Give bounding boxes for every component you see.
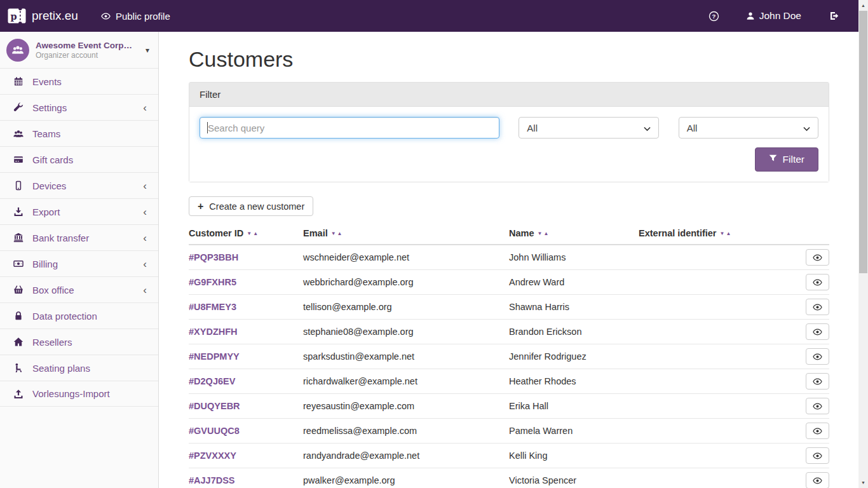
sort-asc-icon[interactable]: ▲ — [726, 231, 732, 236]
sidebar-item-events[interactable]: Events — [0, 68, 158, 94]
help-button[interactable]: ? — [709, 11, 719, 22]
eye-icon — [813, 327, 822, 337]
customer-name: Brandon Erickson — [509, 320, 639, 344]
customer-name: Kelli King — [509, 444, 639, 468]
sidebar-item-teams[interactable]: Teams — [0, 120, 158, 146]
sidebar-item-export[interactable]: Export ‹ — [0, 198, 158, 224]
filter-panel: Filter All All — [189, 82, 829, 182]
sidebar-item-seating-plans[interactable]: Seating plans — [0, 355, 158, 381]
sidebar-item-data-protection[interactable]: Data protection — [0, 302, 158, 329]
user-icon — [746, 11, 755, 20]
view-customer-button[interactable] — [806, 249, 829, 266]
filter-button[interactable]: Filter — [755, 147, 818, 172]
sidebar-item-bank-transfer[interactable]: Bank transfer ‹ — [0, 224, 158, 250]
sidebar-item-resellers[interactable]: Resellers — [0, 329, 158, 355]
funnel-icon — [769, 154, 777, 165]
filter-select-2[interactable]: All — [679, 117, 818, 139]
customer-email: reedmelissa@example.com — [303, 419, 509, 444]
customer-id-link[interactable]: #D2QJ6EV — [189, 376, 235, 386]
view-customer-button[interactable] — [806, 447, 829, 464]
view-customer-button[interactable] — [806, 472, 829, 488]
search-input[interactable] — [200, 117, 499, 139]
sidebar-item-vorlesungs-import[interactable]: Vorlesungs-Import — [0, 381, 158, 407]
chevron-left-icon: ‹ — [143, 259, 147, 269]
customer-id-link[interactable]: #DUQYEBR — [189, 401, 240, 411]
sort-asc-icon[interactable]: ▲ — [543, 231, 550, 236]
scroll-up-button[interactable]: ▲ — [858, 0, 868, 11]
question-circle-icon: ? — [709, 11, 719, 22]
plus-icon: + — [198, 201, 203, 212]
eye-icon — [101, 11, 111, 21]
customer-id-link[interactable]: #XYDZHFH — [189, 327, 238, 337]
brand-link[interactable]: p pretix.eu — [8, 8, 78, 24]
sort-desc-icon[interactable]: ▼ — [538, 231, 544, 236]
eye-icon — [813, 377, 822, 386]
view-customer-button[interactable] — [806, 274, 829, 290]
organizer-switcher[interactable]: Awesome Event Corp… Organizer account ▾ — [0, 32, 158, 68]
table-row: #XYDZHFH stephanie08@example.org Brandon… — [189, 320, 829, 344]
customer-id-link[interactable]: #AJJ7DSS — [189, 475, 235, 485]
credit-card-icon — [13, 154, 24, 165]
public-profile-link[interactable]: Public profile — [101, 11, 170, 22]
pretix-logo-icon: p — [8, 8, 26, 24]
chevron-down-icon — [644, 123, 651, 133]
customer-name: Andrew Ward — [509, 270, 639, 295]
sort-asc-icon[interactable]: ▲ — [253, 231, 259, 236]
view-customer-button[interactable] — [806, 423, 829, 439]
customer-id-link[interactable]: #PZVXXXY — [189, 451, 236, 461]
table-row: #U8FMEY3 tellison@example.org Shawna Har… — [189, 295, 829, 320]
customer-name: Pamela Warren — [509, 419, 639, 444]
view-customer-button[interactable] — [806, 299, 829, 315]
users-icon — [13, 129, 24, 139]
customer-email: stephanie08@example.org — [303, 320, 509, 344]
sidebar-item-box-office[interactable]: Box office ‹ — [0, 276, 158, 302]
eye-icon — [813, 352, 822, 362]
customer-email: richardwalker@example.net — [303, 369, 509, 394]
sort-asc-icon[interactable]: ▲ — [337, 231, 344, 236]
scroll-down-button[interactable]: ▼ — [858, 477, 868, 488]
eye-icon — [813, 253, 822, 262]
scrollbar[interactable]: ▲ ▼ — [858, 0, 868, 488]
customer-external-id — [639, 270, 791, 295]
customer-external-id — [639, 394, 791, 419]
user-menu[interactable]: John Doe — [746, 10, 801, 22]
column-header-email[interactable]: Email▼▲ — [303, 226, 509, 245]
sort-desc-icon[interactable]: ▼ — [719, 231, 726, 236]
view-customer-button[interactable] — [806, 373, 829, 390]
table-row: #G9FXHR5 webbrichard@example.org Andrew … — [189, 270, 829, 295]
customer-id-link[interactable]: #PQP3BBH — [189, 252, 238, 262]
sidebar-item-billing[interactable]: Billing ‹ — [0, 250, 158, 276]
customer-external-id — [639, 344, 791, 369]
caret-down-icon: ▾ — [140, 46, 149, 55]
scrollbar-thumb[interactable] — [859, 11, 867, 273]
create-customer-button[interactable]: + Create a new customer — [189, 196, 313, 216]
column-header-name[interactable]: Name▼▲ — [509, 226, 639, 245]
customer-id-link[interactable]: #U8FMEY3 — [189, 302, 236, 312]
customer-id-link[interactable]: #GVUUQC8 — [189, 426, 240, 436]
sort-desc-icon[interactable]: ▼ — [331, 231, 337, 236]
sort-desc-icon[interactable]: ▼ — [247, 231, 253, 236]
customer-email: webbrichard@example.org — [303, 270, 509, 295]
customer-id-link[interactable]: #NEDPMYY — [189, 351, 240, 362]
column-header-customer-id[interactable]: Customer ID▼▲ — [189, 226, 303, 245]
eye-icon — [813, 302, 822, 312]
logout-button[interactable] — [829, 11, 839, 21]
chevron-left-icon: ‹ — [143, 233, 147, 243]
create-customer-label: Create a new customer — [209, 201, 304, 212]
table-row: #PZVXXXY randyandrade@example.net Kelli … — [189, 444, 829, 468]
customers-table: Customer ID▼▲ Email▼▲ Name▼▲ External id… — [189, 226, 829, 488]
eye-icon — [813, 426, 822, 436]
column-header-external-identifier[interactable]: External identifier▼▲ — [639, 226, 791, 245]
view-customer-button[interactable] — [806, 323, 829, 340]
filter-select-1-value: All — [527, 123, 538, 133]
sidebar-item-settings[interactable]: Settings ‹ — [0, 94, 158, 120]
sidebar-item-devices[interactable]: Devices ‹ — [0, 172, 158, 198]
customer-id-link[interactable]: #G9FXHR5 — [189, 277, 236, 287]
customer-external-id — [639, 320, 791, 344]
filter-select-1[interactable]: All — [519, 117, 658, 139]
organizer-subtitle: Organizer account — [36, 51, 132, 60]
sidebar-item-gift-cards[interactable]: Gift cards — [0, 146, 158, 172]
view-customer-button[interactable] — [806, 348, 829, 365]
calendar-icon — [13, 76, 24, 86]
view-customer-button[interactable] — [806, 398, 829, 414]
